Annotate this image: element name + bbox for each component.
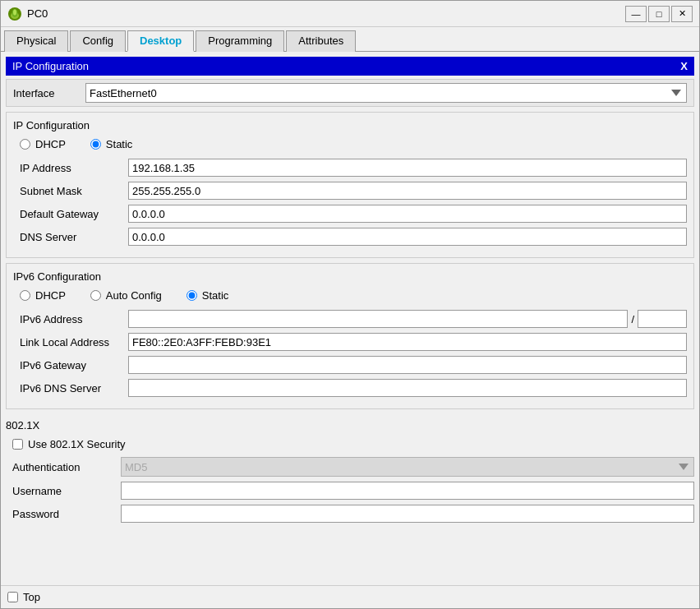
- dot1x-checkbox-row: Use 802.1X Security: [6, 438, 694, 450]
- password-input[interactable]: [121, 505, 694, 523]
- dns-server-input[interactable]: [128, 228, 687, 246]
- link-local-row: Link Local Address: [13, 333, 687, 351]
- auth-select[interactable]: MD5: [121, 457, 694, 477]
- ipv6-static-label: Static: [202, 289, 229, 302]
- password-row: Password: [6, 505, 694, 523]
- tab-physical[interactable]: Physical: [4, 30, 68, 52]
- tab-bar: Physical Config Desktop Programming Attr…: [1, 27, 699, 52]
- desktop-content: IP Configuration X Interface FastEtherne…: [1, 52, 699, 585]
- ipv6-slash: /: [628, 313, 638, 325]
- dns-server-label: DNS Server: [13, 231, 128, 243]
- password-label: Password: [6, 508, 121, 520]
- ipv6-section-title: IPv6 Configuration: [13, 270, 687, 283]
- dns-server-row: DNS Server: [13, 228, 687, 246]
- ipv6-autoconfig-label: Auto Config: [106, 289, 162, 302]
- main-window: PC0 — □ ✕ Physical Config Desktop Progra…: [0, 0, 700, 609]
- interface-select[interactable]: FastEthernet0: [85, 83, 687, 103]
- ipv4-static-option[interactable]: Static: [90, 138, 133, 150]
- dot1x-checkbox-label: Use 802.1X Security: [28, 438, 126, 450]
- dot1x-section: 802.1X Use 802.1X Security Authenticatio…: [6, 414, 694, 533]
- ipv4-radio-row: DHCP Static: [13, 138, 687, 150]
- link-local-input[interactable]: [128, 333, 687, 351]
- default-gateway-row: Default Gateway: [13, 205, 687, 223]
- ipv6-dhcp-radio[interactable]: [20, 290, 30, 301]
- ipv4-dhcp-radio[interactable]: [20, 139, 30, 150]
- interface-label: Interface: [13, 87, 79, 99]
- title-bar: PC0 — □ ✕: [1, 1, 699, 27]
- ipv4-dhcp-label: DHCP: [35, 138, 66, 150]
- ipv6-address-row: IPv6 Address /: [13, 310, 687, 328]
- tab-config[interactable]: Config: [70, 30, 126, 52]
- ipv6-address-input[interactable]: [128, 310, 628, 328]
- auth-row: Authentication MD5: [6, 457, 694, 477]
- tab-desktop[interactable]: Desktop: [127, 30, 194, 52]
- ipv4-static-label: Static: [106, 138, 133, 150]
- ipv6-dns-input[interactable]: [128, 379, 687, 397]
- ipv6-static-option[interactable]: Static: [187, 289, 229, 302]
- ipv6-address-label: IPv6 Address: [13, 313, 128, 325]
- username-row: Username: [6, 482, 694, 500]
- username-input[interactable]: [121, 482, 694, 500]
- top-checkbox[interactable]: [7, 592, 18, 602]
- subnet-mask-row: Subnet Mask: [13, 182, 687, 200]
- ipv6-gateway-label: IPv6 Gateway: [13, 359, 128, 371]
- default-gateway-input[interactable]: [128, 205, 687, 223]
- ipv6-radio-row: DHCP Auto Config Static: [13, 289, 687, 302]
- ipv4-static-radio[interactable]: [90, 139, 101, 150]
- ipv6-section: IPv6 Configuration DHCP Auto Config Stat…: [6, 263, 694, 409]
- interface-row: Interface FastEthernet0: [6, 79, 694, 107]
- top-label: Top: [23, 591, 40, 603]
- ipv4-dhcp-option[interactable]: DHCP: [20, 138, 66, 150]
- ipv6-autoconfig-option[interactable]: Auto Config: [90, 289, 162, 302]
- svg-point-3: [13, 9, 16, 15]
- ip-config-close-button[interactable]: X: [680, 60, 688, 72]
- ipv6-dns-row: IPv6 DNS Server: [13, 379, 687, 397]
- app-icon: [7, 7, 22, 21]
- username-label: Username: [6, 485, 121, 497]
- ip-config-title: IP Configuration: [12, 60, 89, 72]
- ipv4-section-title: IP Configuration: [13, 119, 687, 131]
- default-gateway-label: Default Gateway: [13, 208, 128, 220]
- tab-programming[interactable]: Programming: [196, 30, 284, 52]
- close-window-button[interactable]: ✕: [671, 6, 693, 22]
- ip-address-row: IP Address: [13, 159, 687, 177]
- ipv6-dhcp-label: DHCP: [35, 289, 66, 302]
- ipv6-gateway-row: IPv6 Gateway: [13, 356, 687, 374]
- ip-address-input[interactable]: [128, 159, 687, 177]
- minimize-button[interactable]: —: [625, 6, 647, 22]
- ipv6-dhcp-option[interactable]: DHCP: [20, 289, 66, 302]
- ipv6-prefix-input[interactable]: [638, 310, 687, 328]
- tab-attributes[interactable]: Attributes: [286, 30, 356, 52]
- link-local-label: Link Local Address: [13, 336, 128, 348]
- auth-label: Authentication: [6, 461, 121, 473]
- ip-config-header: IP Configuration X: [6, 57, 694, 76]
- bottom-bar: Top: [1, 585, 699, 608]
- maximize-button[interactable]: □: [648, 6, 670, 22]
- dot1x-checkbox[interactable]: [12, 439, 23, 450]
- window-title: PC0: [27, 7, 48, 20]
- dot1x-section-title: 802.1X: [6, 419, 694, 431]
- title-bar-left: PC0: [7, 7, 48, 21]
- ipv6-gateway-input[interactable]: [128, 356, 687, 374]
- title-bar-controls: — □ ✕: [625, 6, 693, 22]
- ipv6-static-radio[interactable]: [187, 290, 197, 301]
- ip-address-label: IP Address: [13, 162, 128, 174]
- ipv4-section: IP Configuration DHCP Static IP Address: [6, 112, 694, 258]
- subnet-mask-input[interactable]: [128, 182, 687, 200]
- ipv6-dns-label: IPv6 DNS Server: [13, 382, 128, 394]
- ipv6-autoconfig-radio[interactable]: [90, 290, 101, 301]
- subnet-mask-label: Subnet Mask: [13, 185, 128, 197]
